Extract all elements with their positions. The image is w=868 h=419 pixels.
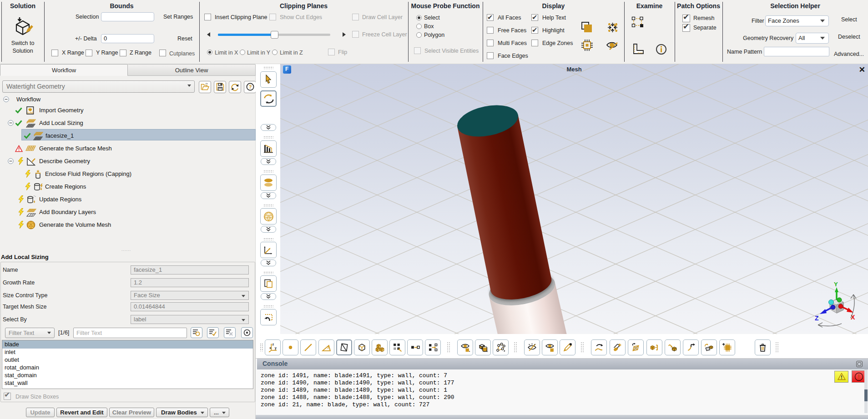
svg-text:CAD: CAD bbox=[28, 111, 34, 114]
svg-text:Y: Y bbox=[834, 281, 838, 288]
svg-text:?: ? bbox=[249, 84, 252, 90]
svg-text:Z: Z bbox=[815, 314, 819, 322]
svg-text:z: z bbox=[272, 343, 274, 346]
svg-text:y: y bbox=[275, 346, 277, 350]
